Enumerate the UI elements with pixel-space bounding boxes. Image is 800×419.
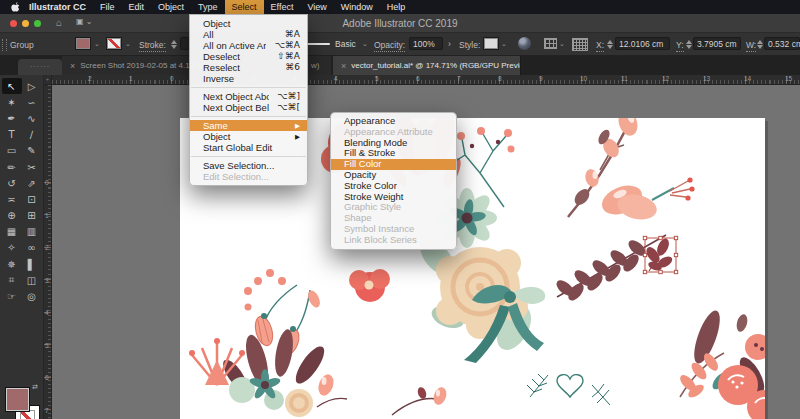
y-value-field[interactable]: 3.7905 cm <box>693 37 741 50</box>
menu-item-all-on-active-artboard[interactable]: All on Active Artboard⌥⌘A <box>190 40 307 51</box>
menubar-item-effect[interactable]: Effect <box>264 0 301 14</box>
document-setup-globe-icon[interactable] <box>518 37 531 50</box>
panel-grip[interactable] <box>2 39 7 51</box>
menu-item-opacity[interactable]: Opacity <box>331 170 456 181</box>
perspective-grid-tool-icon[interactable]: ⊞ <box>22 208 42 224</box>
width-tool-icon[interactable]: ≍ <box>2 191 22 207</box>
rotate-tool-icon[interactable]: ↺ <box>2 175 22 191</box>
menu-item-next-object-below[interactable]: Next Object Below⌥⌘[ <box>190 102 307 113</box>
curvature-tool-icon[interactable]: ∿ <box>22 110 42 126</box>
menu-item-object[interactable]: Object▶ <box>190 131 307 142</box>
menu-item-reselect[interactable]: Reselect⌘6 <box>190 62 307 73</box>
paintbrush-tool-icon[interactable]: ✎ <box>22 143 42 159</box>
arrange-documents-chevron-icon[interactable]: ⌄ <box>559 40 565 48</box>
menu-item-stroke-color[interactable]: Stroke Color <box>331 181 456 192</box>
apple-menu-icon[interactable] <box>8 2 22 13</box>
fill-color-swatch[interactable] <box>75 37 91 50</box>
style-chevron-icon[interactable]: ⌄ <box>501 40 507 48</box>
zoom-tool-icon[interactable]: ◎ <box>22 288 42 304</box>
menubar-item-type[interactable]: Type <box>191 0 225 14</box>
menu-item-label: Blending Mode <box>344 138 449 149</box>
slice-tool-icon[interactable]: ◫ <box>22 272 42 288</box>
horizontal-ruler[interactable]: 210123456789101112131415 <box>52 75 800 85</box>
menu-item-label: All <box>203 29 277 40</box>
menu-item-next-object-above[interactable]: Next Object Above⌥⌘] <box>190 91 307 102</box>
graph-tool-icon[interactable]: ▌ <box>22 256 42 272</box>
arrange-documents-icon[interactable] <box>544 38 557 49</box>
y-stepper[interactable] <box>685 38 692 50</box>
menu-item-inverse[interactable]: Inverse <box>190 73 307 84</box>
stroke-weight-stepper[interactable] <box>170 38 177 50</box>
stroke-weight-label[interactable]: Stroke: <box>139 40 166 52</box>
menu-item-appearance[interactable]: Appearance <box>331 116 456 127</box>
magic-wand-tool-icon[interactable]: ✶ <box>2 94 22 110</box>
opacity-field[interactable]: 100% <box>409 37 443 50</box>
menu-item-symbol-instance: Symbol Instance <box>331 224 456 235</box>
menu-item-deselect[interactable]: Deselect⇧⌘A <box>190 51 307 62</box>
symbol-sprayer-tool-icon[interactable]: ✵ <box>2 256 22 272</box>
menu-item-object[interactable]: Object <box>190 18 307 29</box>
scissors-tool-icon[interactable]: ✂ <box>22 159 42 175</box>
swap-fill-stroke-icon[interactable]: ⇄ <box>32 383 38 391</box>
menu-item-blending-mode[interactable]: Blending Mode <box>331 138 456 149</box>
mesh-tool-icon[interactable]: ▦ <box>2 224 22 240</box>
menu-item-fill-color[interactable]: Fill Color <box>331 159 456 170</box>
y-label[interactable]: Y: <box>676 40 684 52</box>
tab-title: Screen Shot 2019-02-05 at 4.12.58 <box>80 61 205 70</box>
shape-builder-tool-icon[interactable]: ⊕ <box>2 208 22 224</box>
fill-chevron-icon[interactable]: ⌄ <box>94 40 100 48</box>
close-tab-icon[interactable]: × <box>341 61 346 71</box>
menu-item-label: Deselect <box>203 51 269 62</box>
menubar-item-illustrator-cc[interactable]: Illustrator CC <box>22 0 93 14</box>
lasso-tool-icon[interactable]: ∽ <box>22 94 42 110</box>
x-stepper[interactable] <box>606 38 613 50</box>
pen-tool-icon[interactable]: ✒ <box>2 110 22 126</box>
ruler-origin-corner[interactable]: + <box>44 75 52 85</box>
w-stepper[interactable] <box>756 38 763 50</box>
x-label[interactable]: X: <box>596 40 604 52</box>
gradient-tool-icon[interactable]: ▥ <box>22 224 42 240</box>
w-label[interactable]: W: <box>746 40 756 52</box>
document-tab-active[interactable]: ×vector_tutorial.ai* @ 174.71% (RGB/GPU … <box>333 56 521 75</box>
pencil-tool-icon[interactable]: ✏ <box>2 159 22 175</box>
stroke-chevron-icon[interactable]: ⌄ <box>125 40 131 48</box>
toolbar-fill-swatch[interactable] <box>5 387 30 412</box>
menubar-item-object[interactable]: Object <box>151 0 191 14</box>
free-transform-tool-icon[interactable]: ⊡ <box>22 191 42 207</box>
stroke-color-swatch[interactable] <box>106 37 122 50</box>
menubar-item-window[interactable]: Window <box>334 0 380 14</box>
vertical-ruler[interactable]: 01234567 <box>44 85 52 419</box>
rectangle-tool-icon[interactable]: ▭ <box>2 143 22 159</box>
x-value-field[interactable]: 12.0106 cm <box>615 37 670 50</box>
menubar-item-help[interactable]: Help <box>380 0 413 14</box>
menu-item-start-global-edit[interactable]: Start Global Edit <box>190 142 307 153</box>
menu-item-fill-stroke[interactable]: Fill & Stroke <box>331 148 456 159</box>
selection-tool-icon[interactable]: ↖ <box>2 78 22 94</box>
menu-item-label: Appearance Attribute <box>344 127 449 138</box>
blend-tool-icon[interactable]: ∞ <box>22 240 42 256</box>
type-tool-icon[interactable]: T <box>2 127 22 143</box>
brush-chevron-icon[interactable]: ⌄ <box>362 40 368 48</box>
opacity-label[interactable]: Opacity: <box>374 40 405 52</box>
artboard-tool-icon[interactable]: ⌗ <box>2 272 22 288</box>
direct-selection-tool-icon[interactable]: ▷ <box>22 78 42 94</box>
menu-item-same[interactable]: Same▶ <box>190 120 307 131</box>
tab-bar-stub[interactable]: ······ <box>18 59 62 75</box>
brush-name[interactable]: Basic <box>331 37 363 50</box>
line-segment-tool-icon[interactable]: ∕ <box>22 127 42 143</box>
menu-item-save-selection[interactable]: Save Selection... <box>190 160 307 171</box>
hand-tool-icon[interactable]: ☞ <box>2 288 22 304</box>
menu-item-stroke-weight[interactable]: Stroke Weight <box>331 192 456 203</box>
eyedropper-tool-icon[interactable]: ✧ <box>2 240 22 256</box>
close-tab-icon[interactable]: × <box>70 61 75 71</box>
menubar-item-view[interactable]: View <box>300 0 333 14</box>
menubar-item-file[interactable]: File <box>93 0 122 14</box>
transform-reference-icon[interactable] <box>572 38 588 51</box>
scale-tool-icon[interactable]: ⇗ <box>22 175 42 191</box>
opacity-more-arrow[interactable]: › <box>448 39 451 49</box>
style-swatch[interactable] <box>483 37 499 50</box>
w-value-field[interactable]: 0.532 cm <box>764 37 800 50</box>
menubar-item-edit[interactable]: Edit <box>122 0 152 14</box>
menubar-item-select[interactable]: Select <box>225 0 264 14</box>
menu-item-all[interactable]: All⌘A <box>190 29 307 40</box>
